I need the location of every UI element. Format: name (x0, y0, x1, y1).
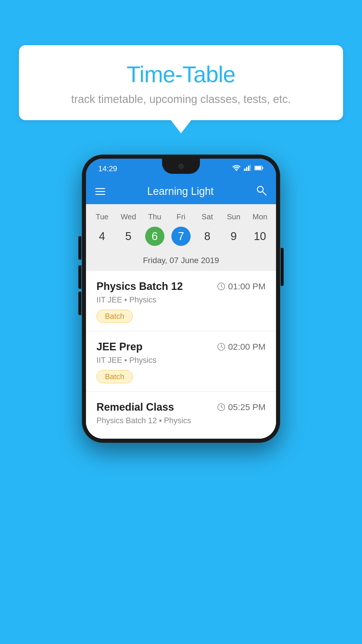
svg-point-0 (236, 170, 237, 171)
schedule-item-1-sub: IIT JEE • Physics (96, 295, 266, 304)
notch (162, 159, 200, 174)
svg-line-15 (221, 347, 223, 348)
app-title: Learning Light (114, 185, 247, 197)
status-icons (232, 164, 264, 173)
schedule-item-3-title: Remedial Class (96, 401, 174, 413)
schedule-item-2-time: 02:00 PM (217, 342, 266, 352)
svg-rect-6 (255, 167, 261, 170)
schedule-item-1-time: 01:00 PM (217, 281, 266, 291)
signal-icon (244, 164, 251, 173)
date-cell-8[interactable]: 8 (194, 224, 220, 249)
schedule-list: Physics Batch 12 01:00 PM IIT JEE • Phys… (86, 271, 276, 439)
speech-bubble-title: Time-Table (36, 61, 326, 88)
speech-bubble-container: Time-Table track timetable, upcoming cla… (19, 45, 343, 133)
day-label-tue: Tue (89, 210, 115, 224)
date-cell-7[interactable]: 7 (168, 224, 194, 249)
svg-rect-4 (250, 164, 251, 171)
status-time: 14:29 (98, 164, 117, 173)
speech-bubble-arrow (171, 120, 191, 133)
clock-icon-1 (217, 282, 225, 290)
calendar-strip: Tue Wed Thu Fri Sat Sun Mon 4 5 6 7 8 9 … (86, 204, 276, 271)
search-icon[interactable] (256, 185, 267, 198)
battery-icon (254, 165, 264, 172)
svg-rect-2 (246, 167, 247, 171)
dates-row: 4 5 6 7 8 9 10 (86, 224, 276, 253)
svg-line-12 (221, 286, 223, 287)
speech-bubble: Time-Table track timetable, upcoming cla… (19, 45, 343, 120)
day-label-sun: Sun (220, 210, 247, 224)
day-label-sat: Sat (194, 210, 220, 224)
date-num-7-selected: 7 (171, 227, 191, 246)
batch-badge-2: Batch (96, 370, 133, 383)
date-num-6-today: 6 (145, 227, 164, 246)
phone-screen: 14:29 (86, 159, 276, 439)
date-cell-5[interactable]: 5 (115, 224, 141, 249)
day-label-wed: Wed (115, 210, 141, 224)
schedule-item-2-title: JEE Prep (96, 341, 143, 353)
date-num-5: 5 (119, 227, 138, 246)
speech-bubble-subtitle: track timetable, upcoming classes, tests… (36, 93, 326, 106)
notch-camera (178, 164, 184, 169)
clock-icon-3 (217, 403, 225, 411)
date-num-10: 10 (250, 227, 270, 246)
date-num-9: 9 (224, 227, 243, 246)
svg-rect-3 (248, 166, 249, 171)
batch-badge-1: Batch (96, 310, 133, 323)
phone-frame: 14:29 (82, 155, 280, 443)
clock-icon-2 (217, 343, 225, 351)
phone-mockup: 14:29 (82, 155, 280, 443)
schedule-item-3-sub: Physics Batch 12 • Physics (96, 416, 266, 425)
wifi-icon (232, 164, 240, 173)
status-bar: 14:29 (86, 159, 276, 178)
schedule-item-1-title: Physics Batch 12 (96, 280, 183, 293)
schedule-item-2-header: JEE Prep 02:00 PM (96, 341, 266, 353)
day-label-fri: Fri (168, 210, 194, 224)
day-label-thu: Thu (142, 210, 168, 224)
schedule-item-3[interactable]: Remedial Class 05:25 PM Physics Batch 12… (86, 392, 276, 439)
schedule-item-3-time: 05:25 PM (217, 402, 266, 412)
schedule-item-3-header: Remedial Class 05:25 PM (96, 401, 266, 413)
svg-line-9 (263, 192, 266, 195)
schedule-item-1-header: Physics Batch 12 01:00 PM (96, 280, 266, 293)
svg-rect-1 (244, 169, 245, 171)
date-cell-9[interactable]: 9 (220, 224, 247, 249)
day-label-mon: Mon (247, 210, 273, 224)
date-num-8: 8 (198, 227, 217, 246)
schedule-item-2[interactable]: JEE Prep 02:00 PM IIT JEE • Physics Batc… (86, 331, 276, 392)
svg-line-18 (221, 407, 223, 408)
hamburger-menu-icon[interactable] (95, 188, 105, 195)
schedule-item-2-sub: IIT JEE • Physics (96, 356, 266, 365)
date-cell-10[interactable]: 10 (247, 224, 273, 249)
days-row: Tue Wed Thu Fri Sat Sun Mon (86, 210, 276, 224)
date-cell-4[interactable]: 4 (89, 224, 115, 249)
date-num-4: 4 (92, 227, 112, 246)
svg-rect-7 (262, 167, 263, 169)
app-bar: Learning Light (86, 178, 276, 204)
schedule-item-1[interactable]: Physics Batch 12 01:00 PM IIT JEE • Phys… (86, 271, 276, 331)
date-cell-6[interactable]: 6 (142, 224, 168, 249)
selected-date-label: Friday, 07 June 2019 (86, 253, 276, 271)
